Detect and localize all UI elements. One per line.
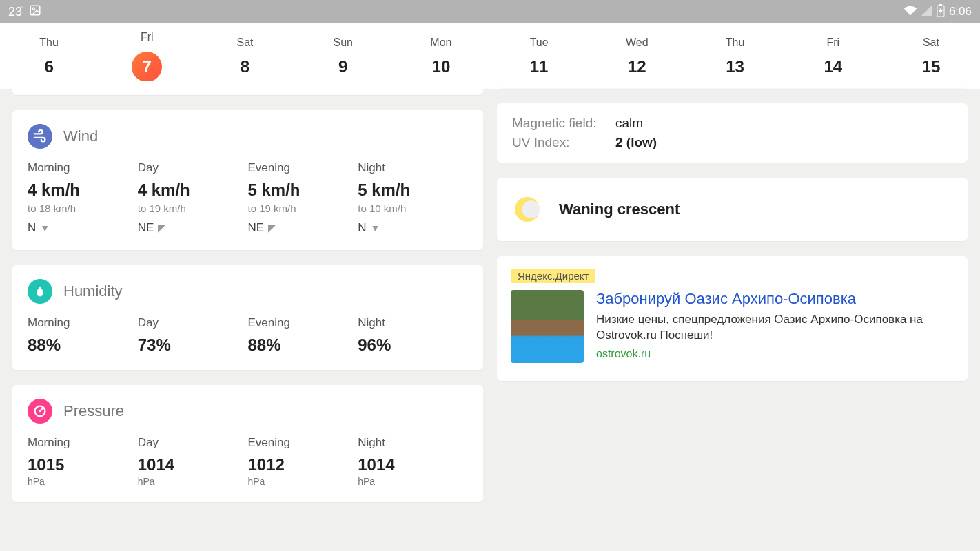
pressure-card: Pressure Morning 1015 hPa Day 1014 hPa E…	[12, 385, 483, 502]
day-item-sat-15[interactable]: Sat 15	[882, 23, 980, 89]
magnetic-label: Magnetic field:	[512, 116, 609, 131]
uv-label: UV Index:	[512, 135, 609, 150]
humidity-morning: Morning 88%	[28, 316, 138, 355]
humidity-icon	[28, 279, 52, 304]
day-item-tue-11[interactable]: Tue 11	[490, 23, 588, 89]
status-left: 23°	[8, 4, 41, 19]
svg-point-1	[32, 8, 34, 10]
day-item-fri-7[interactable]: Fri 7	[98, 23, 196, 89]
day-navigation: Thu 6 Fri 7 Sat 8 Sun 9 Mon 10 Tue 11 We…	[0, 23, 980, 90]
image-icon	[29, 4, 41, 19]
humidity-evening: Evening 88%	[248, 316, 358, 355]
humidity-night: Night 96%	[358, 316, 468, 355]
day-item-fri-14[interactable]: Fri 14	[784, 23, 882, 89]
signal-icon	[921, 5, 932, 19]
status-bar: 23° 6:06	[0, 0, 980, 23]
pressure-day: Day 1014 hPa	[138, 436, 248, 487]
pressure-evening: Evening 1012 hPa	[248, 436, 358, 487]
info-card: Magnetic field: calm UV Index: 2 (low)	[497, 103, 968, 163]
moon-phase-icon	[515, 197, 540, 222]
day-item-mon-10[interactable]: Mon 10	[392, 23, 490, 89]
magnetic-value: calm	[615, 116, 643, 131]
wind-dir-arrow-icon: ◤	[268, 222, 276, 233]
day-item-thu-13[interactable]: Thu 13	[686, 23, 784, 89]
wind-icon	[28, 124, 52, 149]
wind-dir-arrow-icon: ▼	[371, 222, 380, 233]
wind-night: Night 5 km/h to 10 km/h N▼	[358, 161, 468, 235]
pressure-morning: Morning 1015 hPa	[28, 436, 138, 487]
ad-card[interactable]: Яндекс.Директ Забронируй Оазис Архипо-Ос…	[497, 256, 968, 381]
wind-title: Wind	[63, 127, 98, 145]
wind-dir-arrow-icon: ▼	[40, 222, 50, 233]
humidity-card: Humidity Morning 88% Day 73% Evening 88%…	[12, 265, 483, 370]
status-temp: 23°	[8, 5, 23, 19]
wind-card: Wind Morning 4 km/h to 18 km/h N▼ Day 4 …	[12, 110, 483, 250]
ad-description: Низкие цены, спецпредложения Оазис Архип…	[596, 312, 954, 344]
status-right: 6:06	[904, 4, 972, 19]
moon-card: Waning crescent	[497, 178, 968, 241]
svg-rect-3	[939, 4, 942, 6]
humidity-title: Humidity	[63, 282, 123, 300]
battery-icon	[937, 4, 945, 19]
ad-title[interactable]: Забронируй Оазис Архипо-Осиповка	[596, 290, 954, 308]
humidity-day: Day 73%	[138, 316, 248, 355]
previous-card-peek-right	[497, 81, 968, 88]
pressure-icon	[28, 399, 52, 424]
ad-image	[511, 290, 584, 363]
wind-evening: Evening 5 km/h to 19 km/h NE◤	[248, 161, 358, 235]
ad-provider-badge: Яндекс.Директ	[511, 269, 595, 283]
day-item-sat-8[interactable]: Sat 8	[196, 23, 294, 89]
wind-day: Day 4 km/h to 19 km/h NE◤	[138, 161, 248, 235]
moon-phase-label: Waning crescent	[559, 200, 680, 218]
day-item-wed-12[interactable]: Wed 12	[588, 23, 686, 89]
wifi-icon	[904, 5, 917, 19]
ad-url[interactable]: ostrovok.ru	[596, 348, 954, 360]
wind-dir-arrow-icon: ◤	[158, 222, 165, 233]
pressure-title: Pressure	[63, 402, 124, 420]
day-item-thu-6[interactable]: Thu 6	[0, 23, 98, 89]
uv-value: 2 (low)	[615, 135, 657, 150]
day-item-sun-9[interactable]: Sun 9	[294, 23, 392, 89]
pressure-night: Night 1014 hPa	[358, 436, 468, 487]
wind-morning: Morning 4 km/h to 18 km/h N▼	[28, 161, 138, 235]
svg-rect-0	[30, 6, 40, 15]
status-time: 6:06	[949, 5, 972, 19]
previous-card-peek	[12, 81, 483, 95]
